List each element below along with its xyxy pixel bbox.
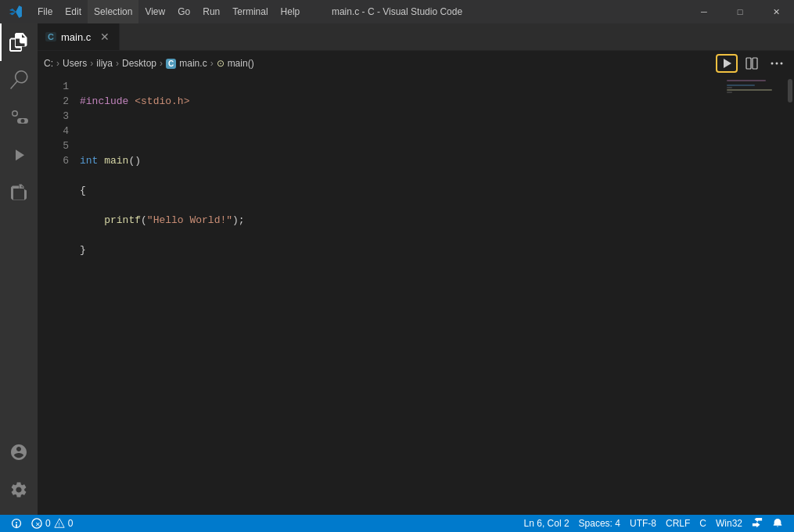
breadcrumb: C: › Users › iliya › Desktop › C main.c … — [44, 58, 254, 69]
maximize-button[interactable]: □ — [722, 0, 758, 23]
tab-main-c[interactable]: C main.c ✕ — [38, 23, 120, 50]
line-num-5: 5 — [38, 138, 69, 153]
activity-bottom — [0, 433, 38, 515]
minimap-content — [724, 76, 786, 97]
status-line-col[interactable]: Ln 6, Col 2 — [519, 515, 574, 532]
editor-toolbar: C: › Users › iliya › Desktop › C main.c … — [38, 51, 794, 76]
mini-line-5 — [727, 89, 772, 91]
split-editor-button[interactable] — [741, 54, 763, 73]
svg-rect-0 — [746, 58, 751, 69]
breadcrumb-file-icon: C — [166, 58, 176, 69]
activity-explorer[interactable] — [0, 23, 38, 61]
error-count: 0 — [45, 518, 51, 529]
breadcrumb-iliya[interactable]: iliya — [96, 58, 113, 69]
svg-text:✕: ✕ — [35, 521, 41, 528]
breadcrumb-filename[interactable]: main.c — [179, 58, 207, 69]
status-platform[interactable]: Win32 — [711, 515, 747, 532]
tab-bar: C main.c ✕ — [38, 23, 794, 51]
code-editor[interactable]: 1 2 3 4 5 6 #include <stdio.h> int main(… — [38, 76, 794, 515]
breadcrumb-desktop[interactable]: Desktop — [122, 58, 156, 69]
svg-point-2 — [771, 63, 774, 65]
scrollbar-thumb[interactable] — [788, 79, 792, 102]
vscode-logo — [0, 0, 31, 23]
minimap — [724, 76, 786, 515]
svg-text:!: ! — [58, 522, 59, 527]
breadcrumb-c-drive[interactable]: C: — [44, 58, 53, 69]
window-controls: ─ □ ✕ — [686, 0, 794, 23]
line-num-3: 3 — [38, 109, 69, 124]
line-5: printf("Hello World!"); — [80, 214, 245, 226]
tab-filename: main.c — [61, 31, 91, 43]
mini-line-1 — [727, 80, 766, 81]
menu-run[interactable]: Run — [196, 0, 226, 23]
toolbar-actions — [716, 54, 788, 73]
code-content[interactable]: #include <stdio.h> int main() { printf("… — [77, 76, 724, 515]
menu-terminal[interactable]: Terminal — [226, 0, 274, 23]
window-title: main.c - C - Visual Studio Code — [332, 6, 462, 17]
title-bar: File Edit Selection View Go Run Terminal… — [0, 0, 794, 23]
breadcrumb-users[interactable]: Users — [63, 58, 87, 69]
activity-search[interactable] — [0, 61, 38, 99]
activity-extensions[interactable] — [0, 174, 38, 211]
tab-close-button[interactable]: ✕ — [99, 31, 111, 43]
status-eol[interactable]: CRLF — [661, 515, 695, 532]
status-spaces[interactable]: Spaces: 4 — [574, 515, 625, 532]
tab-file-icon: C — [45, 32, 56, 41]
close-button[interactable]: ✕ — [758, 0, 794, 23]
activity-run-debug[interactable] — [0, 136, 38, 174]
minimize-button[interactable]: ─ — [686, 0, 722, 23]
status-errors[interactable]: ✕ 0 ! 0 — [27, 515, 77, 532]
run-button[interactable] — [716, 54, 738, 73]
line-num-6: 6 — [38, 153, 69, 168]
breadcrumb-function[interactable]: main() — [228, 58, 254, 69]
svg-point-3 — [776, 63, 778, 65]
status-language[interactable]: C — [695, 515, 711, 532]
activity-settings[interactable] — [0, 471, 38, 509]
menu-selection[interactable]: Selection — [88, 0, 138, 23]
line-4: { — [80, 185, 86, 196]
main-content: C main.c ✕ C: › Users › iliya › Desktop … — [0, 23, 794, 515]
menu-file[interactable]: File — [31, 0, 59, 23]
menu-bar: File Edit Selection View Go Run Terminal… — [31, 0, 306, 23]
activity-bar — [0, 23, 38, 515]
line-num-1: 1 — [38, 79, 69, 94]
editor-area: C main.c ✕ C: › Users › iliya › Desktop … — [38, 23, 794, 515]
breadcrumb-symbol-icon: ⊙ — [217, 58, 225, 69]
menu-go[interactable]: Go — [171, 0, 196, 23]
status-bell[interactable] — [767, 515, 788, 532]
warning-count: 0 — [68, 518, 74, 529]
line-1: #include <stdio.h> — [80, 95, 189, 107]
status-bar: ✕ 0 ! 0 Ln 6, Col 2 Spaces: 4 UTF-8 CRLF… — [0, 515, 794, 532]
menu-help[interactable]: Help — [275, 0, 307, 23]
activity-source-control[interactable] — [0, 99, 38, 136]
activity-accounts[interactable] — [0, 433, 38, 471]
line-num-2: 2 — [38, 94, 69, 109]
svg-point-4 — [781, 63, 783, 65]
menu-view[interactable]: View — [138, 0, 171, 23]
scrollbar[interactable] — [786, 76, 794, 515]
line-6: } — [80, 244, 86, 256]
line-numbers: 1 2 3 4 5 6 — [38, 76, 77, 515]
status-remote-icon[interactable] — [747, 515, 767, 532]
more-actions-button[interactable] — [766, 54, 788, 73]
title-bar-left: File Edit Selection View Go Run Terminal… — [0, 0, 306, 23]
mini-line-6 — [727, 92, 732, 93]
status-right: Ln 6, Col 2 Spaces: 4 UTF-8 CRLF C Win32 — [519, 515, 788, 532]
status-remote[interactable] — [6, 515, 27, 532]
svg-rect-1 — [753, 58, 757, 69]
line-3: int main() — [80, 155, 141, 167]
line-num-4: 4 — [38, 124, 69, 138]
mini-line-4 — [727, 87, 732, 88]
status-encoding[interactable]: UTF-8 — [625, 515, 661, 532]
mini-line-3 — [727, 84, 755, 86]
menu-edit[interactable]: Edit — [59, 0, 88, 23]
